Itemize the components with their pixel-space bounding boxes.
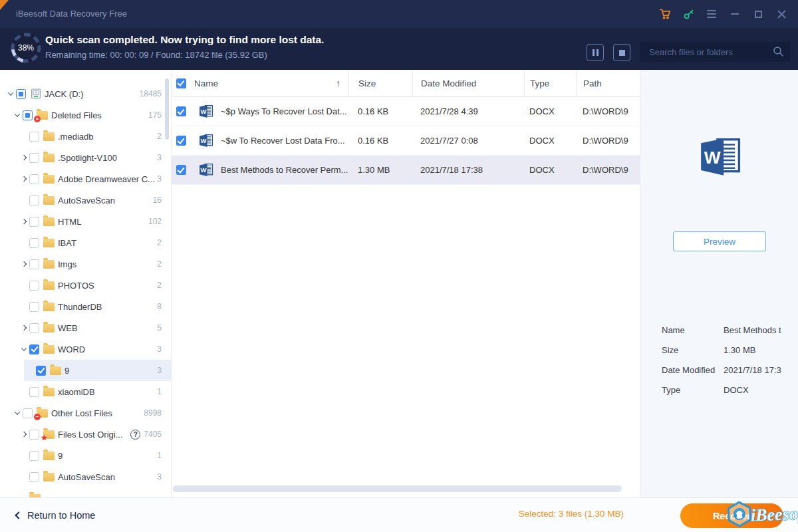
tree-checkbox[interactable] bbox=[36, 366, 46, 376]
sidebar: JACK (D:)18485×Deleted Files175.mediadb2… bbox=[0, 70, 172, 497]
tree-item-mediadb[interactable]: .mediadb2 bbox=[0, 126, 171, 147]
tree-item-label: Imgs bbox=[58, 259, 157, 269]
chevron-right-icon[interactable] bbox=[19, 219, 29, 223]
recover-button[interactable]: Recover bbox=[680, 503, 783, 528]
tree-checkbox[interactable] bbox=[29, 323, 39, 333]
tree-checkbox[interactable] bbox=[29, 387, 39, 397]
chevron-down-icon[interactable] bbox=[19, 347, 29, 351]
tree-item-thunderdb[interactable]: ThunderDB8 bbox=[0, 296, 171, 317]
cart-icon[interactable] bbox=[659, 8, 671, 20]
file-size: 0.16 KB bbox=[348, 106, 412, 116]
search-input[interactable] bbox=[640, 42, 790, 62]
stop-button[interactable] bbox=[613, 44, 630, 61]
file-row[interactable]: WBest Methods to Recover Perm...1.30 MB2… bbox=[172, 156, 640, 185]
scan-progress-ring: 38% bbox=[9, 31, 43, 65]
tree-item-9[interactable]: 93 bbox=[0, 360, 171, 381]
file-row[interactable]: W~$p Ways To Recover Lost Dat...0.16 KB2… bbox=[172, 97, 640, 126]
tree-item-spotlight-v100[interactable]: .Spotlight-V1003 bbox=[0, 147, 171, 168]
tree-checkbox[interactable] bbox=[29, 472, 39, 482]
pause-button[interactable] bbox=[587, 44, 604, 61]
folder-icon bbox=[50, 366, 63, 375]
tree-item-count: 7405 bbox=[144, 430, 171, 439]
tree-item-photos[interactable]: PHOTOS2 bbox=[0, 275, 171, 296]
header-cell-name[interactable]: Name ↑ bbox=[194, 70, 348, 96]
chevron-right-icon[interactable] bbox=[19, 156, 29, 160]
header-cell-checkbox bbox=[172, 70, 194, 96]
tree-item-ibat[interactable]: IBAT2 bbox=[0, 232, 171, 253]
detail-value: Best Methods t bbox=[724, 325, 794, 335]
search-icon[interactable] bbox=[773, 46, 784, 59]
tree-checkbox[interactable] bbox=[16, 89, 26, 99]
help-icon[interactable]: ? bbox=[130, 430, 140, 440]
tree-checkbox[interactable] bbox=[29, 238, 39, 248]
table-body: W~$p Ways To Recover Lost Dat...0.16 KB2… bbox=[172, 97, 640, 185]
tree-item-deleted-files[interactable]: ×Deleted Files175 bbox=[0, 104, 171, 126]
menu-icon[interactable] bbox=[706, 8, 718, 20]
tree-item-imgs[interactable]: Imgs2 bbox=[0, 253, 171, 275]
chevron-down-icon[interactable] bbox=[12, 113, 23, 117]
chevron-right-icon[interactable] bbox=[19, 326, 29, 330]
chevron-right-icon[interactable] bbox=[19, 177, 29, 181]
tree-item-count: 3 bbox=[157, 174, 171, 184]
tree-item-adobe-dreamweaver-c[interactable]: Adobe Dreamweaver C...3 bbox=[0, 168, 171, 190]
tree-item-word[interactable]: WORD3 bbox=[0, 338, 171, 360]
tree-checkbox[interactable] bbox=[23, 408, 33, 418]
return-to-home-link[interactable]: Return to Home bbox=[16, 498, 95, 532]
close-icon[interactable] bbox=[775, 8, 787, 20]
tree-item-autosavescan[interactable]: AutoSaveScan3 bbox=[0, 466, 171, 487]
chevron-down-icon[interactable] bbox=[12, 411, 23, 415]
minimize-icon[interactable] bbox=[729, 8, 741, 20]
folder-icon: × bbox=[37, 111, 50, 120]
tree-checkbox[interactable] bbox=[29, 344, 39, 354]
file-type: DOCX bbox=[524, 106, 576, 116]
tree-checkbox[interactable] bbox=[29, 153, 39, 163]
drive-icon bbox=[30, 88, 43, 99]
tree-checkbox[interactable] bbox=[29, 302, 39, 312]
row-checkbox[interactable] bbox=[176, 165, 186, 175]
file-row[interactable]: W~$w To Recover Lost Data Fro...0.16 KB2… bbox=[172, 126, 640, 156]
key-icon[interactable] bbox=[682, 8, 694, 20]
tree-checkbox[interactable] bbox=[23, 110, 33, 120]
header-cell-type[interactable]: Type bbox=[524, 70, 576, 96]
tree-item-9[interactable]: 91 bbox=[0, 445, 171, 466]
folder-icon bbox=[43, 388, 57, 396]
tree-checkbox[interactable] bbox=[29, 174, 39, 184]
tree-item-label: 9 bbox=[65, 366, 157, 376]
tree-item-autosavescan[interactable]: AutoSaveScan16 bbox=[0, 190, 171, 211]
scan-banner: 38% Quick scan completed. Now trying to … bbox=[0, 28, 798, 70]
tree-checkbox[interactable] bbox=[29, 430, 39, 440]
tree-checkbox[interactable] bbox=[29, 281, 39, 291]
chevron-right-icon[interactable] bbox=[19, 262, 29, 266]
tree-item-count: 16 bbox=[153, 196, 171, 205]
maximize-icon[interactable] bbox=[752, 8, 764, 20]
tree-checkbox[interactable] bbox=[29, 196, 39, 205]
tree-item-files-lost-origi[interactable]: ★Files Lost Origi...?7405 bbox=[0, 424, 171, 445]
word-document-icon: W bbox=[697, 136, 742, 180]
sidebar-scrollbar[interactable] bbox=[165, 78, 169, 140]
tree-item-jack-d[interactable]: JACK (D:)18485 bbox=[0, 83, 171, 104]
folder-icon: ★ bbox=[43, 430, 57, 439]
tree-checkbox[interactable] bbox=[29, 132, 39, 142]
tree-item-partial-19[interactable] bbox=[0, 487, 171, 497]
sort-ascending-icon[interactable]: ↑ bbox=[336, 78, 340, 88]
tree-checkbox[interactable] bbox=[29, 217, 39, 227]
select-all-checkbox[interactable] bbox=[176, 78, 186, 88]
scan-status-subtext: Remaining time: 00: 00: 09 / Found: 1874… bbox=[45, 50, 267, 60]
row-checkbox[interactable] bbox=[176, 106, 186, 116]
chevron-down-icon[interactable] bbox=[5, 92, 16, 96]
horizontal-scrollbar[interactable] bbox=[173, 485, 622, 492]
tree-item-label: IBAT bbox=[58, 238, 157, 248]
chevron-right-icon[interactable] bbox=[19, 432, 29, 436]
tree-item-html[interactable]: HTML102 bbox=[0, 211, 171, 232]
preview-button[interactable]: Preview bbox=[673, 231, 766, 251]
file-name: ~$w To Recover Lost Data Fro... bbox=[217, 136, 348, 146]
tree-item-web[interactable]: WEB5 bbox=[0, 317, 171, 338]
header-cell-date-modified[interactable]: Date Modified bbox=[412, 70, 524, 96]
tree-checkbox[interactable] bbox=[29, 451, 39, 461]
row-checkbox[interactable] bbox=[176, 136, 186, 146]
header-cell-size[interactable]: Size bbox=[348, 70, 412, 96]
tree-item-other-lost-files[interactable]: −Other Lost Files8998 bbox=[0, 402, 171, 424]
tree-item-xiaomidb[interactable]: xiaomiDB1 bbox=[0, 381, 171, 402]
tree-checkbox[interactable] bbox=[29, 259, 39, 269]
header-cell-path[interactable]: Path bbox=[576, 70, 640, 96]
